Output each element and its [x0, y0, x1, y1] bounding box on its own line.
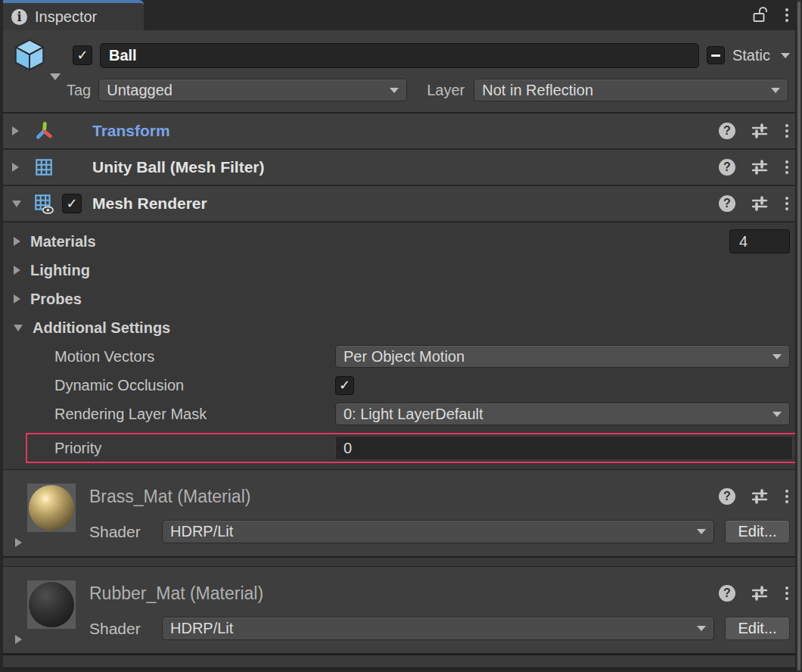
- materials-count-field[interactable]: 4: [729, 229, 790, 254]
- priority-label: Priority: [54, 440, 335, 457]
- foldout-arrow[interactable]: [14, 325, 23, 331]
- probes-foldout[interactable]: Probes: [0, 285, 802, 313]
- unlock-icon[interactable]: [752, 5, 769, 25]
- gameobject-name-row: ✓ Static: [0, 30, 802, 68]
- scrollbar-thumb[interactable]: [797, 2, 800, 670]
- presets-icon[interactable]: [751, 195, 769, 212]
- name-input[interactable]: [100, 43, 699, 68]
- chevron-down-icon: [390, 88, 399, 93]
- mesh-renderer-header[interactable]: ✓ Mesh Renderer ?: [0, 186, 802, 222]
- rubber-sphere-thumbnail: [29, 582, 74, 627]
- lighting-foldout[interactable]: Lighting: [0, 256, 802, 285]
- gameobject-header: ✓ Static Tag Untagged Layer Not in Refle…: [0, 30, 802, 114]
- chevron-down-icon: [772, 412, 782, 417]
- presets-icon[interactable]: [751, 123, 769, 139]
- help-icon[interactable]: ?: [719, 195, 735, 212]
- foldout-arrow[interactable]: [14, 266, 20, 275]
- active-checkbox[interactable]: ✓: [73, 45, 92, 65]
- shader-value: HDRP/Lit: [170, 523, 233, 540]
- help-icon[interactable]: ?: [719, 488, 735, 505]
- material-menu-kebab-icon[interactable]: [784, 585, 790, 602]
- transform-header-actions: ?: [719, 123, 790, 139]
- mesh-filter-foldout-arrow[interactable]: [12, 163, 19, 172]
- layer-value: Not in Reflection: [482, 82, 593, 99]
- probes-label: Probes: [30, 291, 82, 308]
- mesh-filter-title: Unity Ball (Mesh Filter): [92, 158, 265, 176]
- presets-icon[interactable]: [751, 488, 769, 505]
- dynamic-occlusion-row: Dynamic Occlusion ✓: [0, 371, 802, 400]
- shader-dropdown[interactable]: HDRP/Lit: [162, 617, 714, 640]
- bottom-strip: [0, 654, 802, 667]
- mesh-renderer-body: Materials 4 Lighting Probes Additional S…: [0, 222, 802, 469]
- icon-picker-arrow[interactable]: [50, 73, 61, 80]
- transform-icon: [33, 120, 54, 142]
- component-menu-kebab-icon[interactable]: [784, 195, 790, 212]
- foldout-arrow[interactable]: [14, 294, 20, 303]
- shader-row: Shader HDRP/Lit Edit...: [89, 520, 790, 543]
- mesh-renderer-foldout-arrow[interactable]: [12, 201, 21, 207]
- vertical-scrollbar[interactable]: [795, 0, 802, 672]
- help-icon[interactable]: ?: [719, 123, 735, 139]
- tab-inspector[interactable]: i Inspector: [0, 0, 144, 30]
- layer-dropdown[interactable]: Not in Reflection: [474, 79, 788, 101]
- mesh-filter-icon: [33, 157, 54, 178]
- mesh-renderer-enabled-checkbox[interactable]: ✓: [62, 194, 82, 213]
- shader-row: Shader HDRP/Lit Edit...: [89, 617, 790, 640]
- foldout-arrow[interactable]: [14, 237, 20, 246]
- shader-label: Shader: [89, 620, 151, 638]
- mesh-renderer-title: Mesh Renderer: [92, 194, 207, 213]
- cube-icon: [11, 38, 48, 73]
- material-header-actions: ?: [719, 585, 790, 602]
- tag-dropdown[interactable]: Untagged: [98, 79, 407, 101]
- check-icon: ✓: [339, 378, 350, 392]
- material-menu-kebab-icon[interactable]: [784, 488, 790, 505]
- priority-field[interactable]: 0: [335, 436, 793, 460]
- help-icon[interactable]: ?: [719, 585, 735, 602]
- material-foldout-arrow[interactable]: [15, 538, 22, 547]
- presets-icon[interactable]: [751, 585, 769, 602]
- dynamic-occlusion-checkbox[interactable]: ✓: [335, 376, 354, 395]
- static-dropdown-arrow-icon[interactable]: [781, 53, 790, 58]
- component-menu-kebab-icon[interactable]: [784, 123, 790, 139]
- tag-layer-row: Tag Untagged Layer Not in Reflection: [0, 79, 802, 101]
- inspector-menu-kebab-icon[interactable]: [784, 7, 790, 23]
- material-foldout-arrow[interactable]: [15, 635, 22, 644]
- additional-settings-foldout[interactable]: Additional Settings: [0, 313, 802, 342]
- component-menu-kebab-icon[interactable]: [784, 159, 790, 176]
- rendering-layer-mask-value: 0: Light LayerDefault: [343, 406, 483, 423]
- mesh-filter-header-actions: ?: [719, 159, 790, 176]
- material-header-actions: ?: [719, 488, 790, 505]
- motion-vectors-label: Motion Vectors: [54, 348, 335, 366]
- transform-foldout-arrow[interactable]: [12, 126, 19, 135]
- mesh-renderer-icon: [33, 193, 54, 214]
- gameobject-icon[interactable]: [11, 38, 50, 73]
- chevron-down-icon: [772, 354, 782, 359]
- lighting-label: Lighting: [30, 262, 90, 279]
- brass-sphere-thumbnail: [29, 485, 74, 530]
- rendering-layer-mask-row: Rendering Layer Mask 0: Light LayerDefau…: [0, 400, 802, 428]
- static-checkbox[interactable]: [707, 46, 725, 64]
- tab-bar: i Inspector: [0, 0, 802, 30]
- tag-value: Untagged: [107, 82, 173, 99]
- material-title: Rubber_Mat (Material): [89, 583, 263, 604]
- rendering-layer-mask-dropdown[interactable]: 0: Light LayerDefault: [335, 403, 790, 425]
- material-preview[interactable]: [27, 580, 76, 629]
- presets-icon[interactable]: [751, 159, 769, 176]
- mesh-renderer-header-actions: ?: [719, 195, 790, 212]
- edit-shader-button[interactable]: Edit...: [725, 520, 790, 543]
- help-icon[interactable]: ?: [719, 159, 735, 176]
- material-preview[interactable]: [27, 484, 76, 532]
- transform-header[interactable]: Transform ?: [0, 114, 802, 150]
- shader-dropdown[interactable]: HDRP/Lit: [162, 520, 714, 543]
- dynamic-occlusion-label: Dynamic Occlusion: [54, 377, 335, 394]
- materials-foldout[interactable]: Materials 4: [0, 227, 802, 256]
- shader-label: Shader: [89, 523, 151, 541]
- motion-vectors-dropdown[interactable]: Per Object Motion: [335, 345, 790, 368]
- shader-value: HDRP/Lit: [170, 620, 233, 637]
- check-icon: ✓: [66, 197, 77, 210]
- edit-shader-button[interactable]: Edit...: [725, 617, 790, 640]
- rubber-material-section: Rubber_Mat (Material) ? Shader HDRP/Lit …: [0, 566, 802, 654]
- mesh-filter-header[interactable]: Unity Ball (Mesh Filter) ?: [0, 150, 802, 186]
- motion-vectors-value: Per Object Motion: [343, 348, 465, 366]
- rendering-layer-mask-label: Rendering Layer Mask: [54, 406, 335, 423]
